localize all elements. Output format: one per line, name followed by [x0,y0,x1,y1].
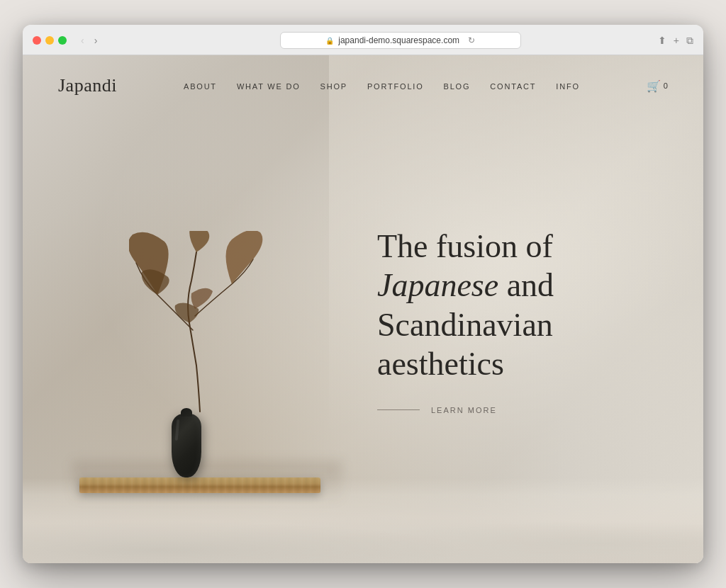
hero-heading: The fusion of Japanese and Scandinavian … [377,227,668,383]
site-logo[interactable]: Japandi [58,75,117,96]
traffic-lights [33,36,67,45]
reload-button[interactable]: ↻ [468,35,475,45]
cart-icon: 🛒 [647,79,661,93]
hero-heading-italic: Japanese [377,267,498,303]
nav-links: ABOUT WHAT WE DO SHOP PORTFOLIO BLOG CON… [184,79,580,92]
new-tab-button[interactable]: + [674,35,679,46]
cart-count: 0 [664,81,668,90]
hero-scene [58,137,349,532]
nav-link-portfolio[interactable]: PORTFOLIO [367,82,424,91]
nav-link-shop[interactable]: SHOP [320,82,347,91]
hero-heading-part1: The fusion of [377,228,553,264]
nav-link-what-we-do[interactable]: WHAT WE DO [237,82,301,91]
nav-link-info[interactable]: INFO [556,82,579,91]
windows-button[interactable]: ⧉ [686,35,693,47]
hero-text-area: The fusion of Japanese and Scandinavian … [349,227,668,443]
learn-more-wrapper: LEARN MORE [377,406,668,414]
nav-link-contact[interactable]: CONTACT [490,82,536,91]
nav-link-blog[interactable]: BLOG [444,82,471,91]
lock-icon: 🔒 [325,37,334,45]
shelf-shadow [72,461,342,504]
nav-item-info[interactable]: INFO [556,79,579,92]
address-bar-container: 🔒 japandi-demo.squarespace.com ↻ ⬆ + ⧉ [107,32,693,49]
browser-chrome: ‹ › 🔒 japandi-demo.squarespace.com ↻ ⬆ +… [23,25,703,55]
address-bar[interactable]: 🔒 japandi-demo.squarespace.com ↻ [280,32,521,49]
minimize-button[interactable] [45,36,54,45]
nav-item-about[interactable]: ABOUT [184,79,217,92]
vase [172,414,201,477]
nav-buttons: ‹ › [78,33,100,47]
browser-right-actions: ⬆ + ⧉ [658,35,693,47]
nav-item-blog[interactable]: BLOG [444,79,471,92]
browser-window: ‹ › 🔒 japandi-demo.squarespace.com ↻ ⬆ +… [23,25,703,563]
hero-content: The fusion of Japanese and Scandinavian … [23,116,703,553]
vase-container [172,414,201,477]
maximize-button[interactable] [58,36,67,45]
nav-item-shop[interactable]: SHOP [320,79,347,92]
nav-item-what-we-do[interactable]: WHAT WE DO [237,79,301,92]
url-text: japandi-demo.squarespace.com [338,35,459,45]
nav-link-about[interactable]: ABOUT [184,82,217,91]
learn-more-link[interactable]: LEARN MORE [431,406,497,414]
learn-more-line [377,409,420,410]
close-button[interactable] [33,36,41,45]
forward-button[interactable]: › [91,33,101,47]
site-navigation: Japandi ABOUT WHAT WE DO SHOP PORTFOLIO … [23,55,703,116]
share-button[interactable]: ⬆ [658,35,666,46]
cart-icon-wrapper[interactable]: 🛒 0 [647,79,668,93]
nav-item-portfolio[interactable]: PORTFOLIO [367,79,424,92]
back-button[interactable]: ‹ [78,33,87,47]
website-content: Japandi ABOUT WHAT WE DO SHOP PORTFOLIO … [23,55,703,563]
plant-decoration [129,231,271,415]
nav-item-contact[interactable]: CONTACT [490,79,536,92]
